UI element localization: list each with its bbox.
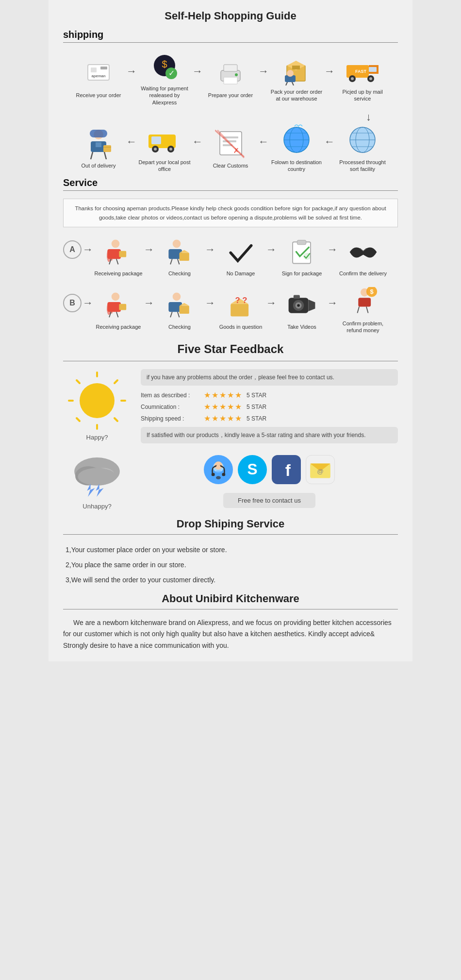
flow-label-mail: Picjed up by mail service	[336, 88, 389, 102]
arrow2: →	[191, 65, 204, 78]
svc-a-nodamage-label: No Damage	[227, 270, 255, 277]
arrow1: →	[125, 65, 138, 78]
flow-label-depart: Depart your local post office	[138, 159, 191, 173]
clipboard-icon	[286, 236, 318, 268]
support-icon[interactable]	[204, 455, 233, 484]
svg-point-77	[173, 293, 181, 301]
arrow-down: ↓	[63, 111, 398, 123]
feedback-text-box: if you have any problems about the order…	[141, 369, 398, 443]
email-icon[interactable]: @	[306, 455, 335, 484]
svg-point-120	[216, 476, 221, 479]
drop-item-1: 1,Your customer place order on your webs…	[66, 542, 398, 558]
star-rating-0: 5 STAR	[247, 392, 266, 399]
truck-icon: FAST	[346, 54, 379, 85]
feedback-unhappy-section: Unhappy?	[63, 453, 398, 510]
flow-label-payment: Waiting for payment realeased by Aliexpr…	[138, 85, 191, 106]
van-icon	[148, 124, 181, 156]
svg-point-111	[78, 468, 116, 486]
svg-line-97	[357, 307, 359, 313]
svg-rect-118	[222, 473, 226, 476]
svc-a-arrow1: →	[143, 243, 155, 256]
svg-marker-92	[308, 300, 315, 311]
star-rating-2: 5 STAR	[247, 415, 266, 422]
skype-svg: S	[240, 457, 264, 482]
svg-line-105	[115, 380, 117, 383]
facebook-svg: f	[274, 457, 298, 482]
svc-b-receive-label: Receiving package	[96, 323, 141, 330]
svg-line-81	[170, 312, 172, 318]
feedback-happy-section: Happy? if you have any problems about th…	[63, 369, 398, 443]
contact-icons-row: S f	[204, 455, 335, 484]
facebook-icon[interactable]: f	[272, 455, 301, 484]
svg-line-98	[366, 307, 368, 313]
sun-icon	[68, 372, 126, 430]
svg-marker-112	[87, 484, 95, 497]
svg-line-106	[77, 418, 80, 421]
flow-label-globe: Folown to destination country	[270, 159, 323, 173]
refund-icon: $	[347, 286, 379, 318]
happy-sun-container: Happy?	[63, 372, 131, 441]
arrow-left3: ←	[257, 135, 270, 148]
service-note: Thanks for choosing apeman products.Plea…	[63, 199, 398, 227]
arrow-left4: ←	[323, 135, 336, 148]
flow-item-sort: Processed throught sort facility	[336, 124, 389, 173]
store-icon: apeman	[82, 57, 115, 89]
svg-point-38	[154, 148, 157, 151]
svg-rect-9	[224, 65, 237, 71]
svc-a-sign-label: Sign for package	[282, 270, 322, 277]
about-title: About Unibird Kitchenware	[63, 592, 398, 605]
svg-point-18	[287, 70, 294, 77]
svg-rect-79	[180, 306, 189, 314]
stars-2: ★★★★★	[204, 414, 243, 423]
contact-btn[interactable]: Free free to contact us	[223, 493, 315, 508]
svg-point-58	[112, 239, 120, 248]
svg-rect-94	[358, 298, 371, 306]
svc-a-confirm: Confirm the delivery	[339, 236, 387, 277]
star-row-1: Coumnication : ★★★★★ 5 STAR	[141, 402, 398, 411]
svc-checking-icon-b	[164, 289, 196, 321]
box-icon	[280, 54, 313, 85]
svg-text:$: $	[370, 288, 373, 295]
svg-text:FAST: FAST	[355, 69, 367, 74]
svg-line-107	[115, 418, 117, 421]
contact-icons: S f	[141, 455, 398, 508]
svc-b-arrow1: →	[143, 297, 155, 309]
svc-a-sign: Sign for package	[278, 236, 326, 277]
flow-label-customs: Clear Customs	[213, 162, 248, 169]
row-a-arrow0: →	[82, 243, 94, 256]
svg-line-31	[91, 152, 93, 159]
question-icon: ? ?	[225, 289, 257, 321]
svc-b-question: ? ? Goods in question	[216, 289, 265, 330]
svg-rect-1	[91, 68, 97, 72]
flow-item-pack: Pack your order order at our warehouse	[270, 54, 323, 102]
about-text: We are a newborn kitchenware brand on Al…	[63, 617, 398, 652]
flow-item-payment: $ ✓ Waiting for payment realeased by Ali…	[138, 51, 191, 106]
svg-point-23	[351, 77, 354, 80]
svc-a-arrow4: →	[326, 243, 339, 256]
flow-label-prepare: Prepare your order	[208, 92, 253, 99]
svg-text:?: ?	[242, 296, 247, 305]
svg-line-104	[77, 380, 80, 383]
skype-icon[interactable]: S	[238, 455, 267, 484]
svg-point-25	[369, 77, 372, 80]
svc-a-check-label: Checking	[168, 270, 191, 277]
svg-point-40	[169, 148, 172, 151]
flow-label-sort: Processed throught sort facility	[336, 159, 389, 173]
headset-svg	[206, 457, 230, 482]
about-section: About Unibird Kitchenware We are a newbo…	[63, 592, 398, 652]
service-section: Service Thanks for choosing apeman produ…	[63, 177, 398, 334]
svg-text:f: f	[285, 461, 291, 479]
svg-line-76	[116, 312, 118, 318]
flow-item-receive: apeman Receive your order	[72, 57, 125, 99]
svg-marker-113	[96, 484, 103, 497]
svg-rect-30	[96, 142, 101, 147]
flow-label-pack: Pack your order order at our warehouse	[270, 88, 323, 102]
feedback-callout-bottom: If satisfied with our products，kindly le…	[141, 427, 398, 443]
svc-checking-icon-a	[164, 236, 196, 268]
payment-icon: $ ✓	[148, 51, 181, 82]
unhappy-cloud-container: Unhappy?	[63, 453, 131, 510]
flow-item-out-delivery: Out of delivery	[72, 128, 125, 169]
svc-receive-pkg-icon-b	[103, 289, 134, 321]
svg-point-115	[214, 471, 223, 475]
flow-label-receive: Receive your order	[76, 92, 121, 99]
